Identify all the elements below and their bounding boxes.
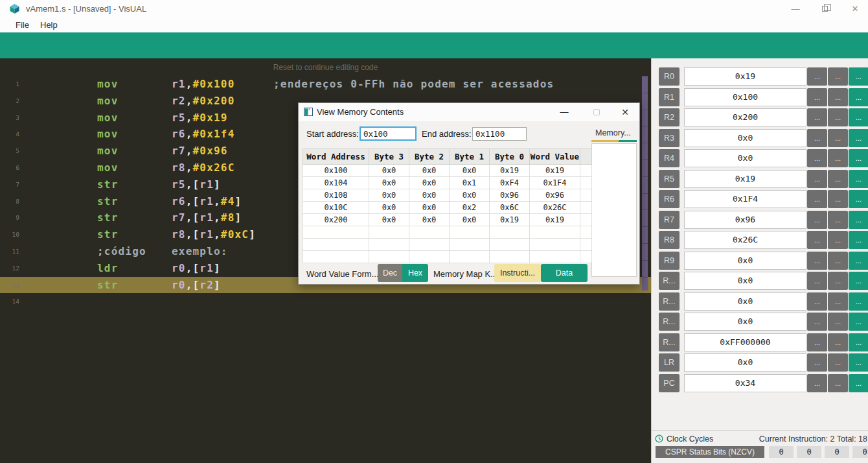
register-options-button[interactable]: ... — [807, 67, 827, 86]
register-options-button[interactable]: ... — [807, 129, 827, 147]
register-options-button[interactable]: ... — [849, 149, 868, 167]
register-options-button[interactable]: ... — [807, 88, 827, 106]
register-value[interactable]: 0x0 — [684, 292, 806, 311]
register-options-button[interactable]: ... — [807, 353, 827, 372]
hex-toggle-button[interactable]: Hex — [402, 264, 428, 282]
register-value[interactable]: 0x26C — [684, 231, 806, 249]
register-options-button[interactable]: ... — [828, 374, 848, 392]
register-value[interactable]: 0x0 — [684, 129, 806, 147]
tab-memory[interactable]: Memory... — [595, 128, 634, 137]
mnemonic: str — [97, 277, 119, 294]
register-value[interactable]: 0x0 — [684, 252, 806, 270]
memory-table-row[interactable]: 0x1000x00x00x00x190x19 — [303, 165, 592, 177]
register-value[interactable]: 0x1F4 — [684, 190, 806, 208]
dialog-minimize-button[interactable]: — — [555, 103, 573, 121]
register-options-button[interactable]: ... — [849, 333, 868, 351]
data-key-button[interactable]: Data — [541, 264, 588, 282]
memory-table-row[interactable]: 0x1040x00x00x10xF40x1F4 — [303, 177, 592, 189]
memory-table-row[interactable]: 0x1080x00x00x00x960x96 — [303, 189, 592, 202]
register-options-button[interactable]: ... — [807, 333, 827, 351]
register-options-button[interactable]: ... — [807, 313, 827, 331]
register-options-button[interactable]: ... — [828, 88, 848, 106]
token: , — [186, 145, 193, 157]
restore-button[interactable] — [815, 0, 836, 18]
register-options-button[interactable]: ... — [849, 292, 868, 311]
dec-toggle-button[interactable]: Dec — [378, 264, 402, 282]
token: ,[ — [186, 178, 200, 191]
register-options-button[interactable]: ... — [807, 170, 827, 188]
register-value[interactable]: 0x0 — [684, 272, 806, 290]
register-options-button[interactable]: ... — [828, 211, 848, 229]
register-options-button[interactable]: ... — [828, 108, 848, 126]
token: r5 — [172, 178, 186, 191]
register-value[interactable]: 0x0 — [684, 313, 806, 331]
view-memory-dialog: View Memory Contents — ✕ Start address: … — [298, 102, 640, 285]
register-value[interactable]: 0x19 — [684, 170, 806, 188]
menu-help[interactable]: Help — [40, 18, 58, 32]
register-options-button[interactable]: ... — [849, 231, 868, 249]
register-options-button[interactable]: ... — [849, 211, 868, 229]
register-options-button[interactable]: ... — [849, 88, 868, 106]
register-options-button[interactable]: ... — [849, 272, 868, 290]
line-number: 6 — [0, 160, 19, 176]
register-options-button[interactable]: ... — [828, 67, 848, 86]
register-options-button[interactable]: ... — [828, 170, 848, 188]
mnemonic: mov — [97, 76, 119, 93]
operands: r7,[r1,#8] — [172, 209, 242, 226]
register-options-button[interactable]: ... — [807, 374, 827, 392]
register-value[interactable]: 0x19 — [684, 67, 806, 86]
register-value[interactable]: 0x100 — [684, 88, 806, 106]
dialog-maximize-button[interactable] — [588, 103, 606, 121]
register-value[interactable]: 0x96 — [684, 211, 806, 229]
register-options-button[interactable]: ... — [828, 333, 848, 351]
register-options-button[interactable]: ... — [849, 190, 868, 208]
register-value[interactable]: 0xFF000000 — [684, 333, 806, 351]
register-options-button[interactable]: ... — [828, 231, 848, 249]
dialog-close-button[interactable]: ✕ — [616, 103, 634, 121]
memory-table-row[interactable]: 0x10C0x00x00x20x6C0x26C — [303, 202, 592, 214]
dialog-title-bar[interactable]: View Memory Contents — ✕ — [299, 103, 639, 121]
register-options-button[interactable]: ... — [849, 108, 868, 126]
toolbar: New Open Save Settings Tools ▾ ▶ Emulati… — [0, 32, 868, 58]
register-value[interactable]: 0x200 — [684, 108, 806, 126]
editor-scrollbar[interactable] — [642, 76, 648, 291]
register-options-button[interactable]: ... — [807, 231, 827, 249]
register-options-button[interactable]: ... — [807, 190, 827, 208]
register-options-button[interactable]: ... — [828, 313, 848, 331]
register-label: R2 — [659, 108, 680, 126]
memory-table-row[interactable]: 0x2000x00x00x00x190x19 — [303, 214, 592, 226]
register-options-button[interactable]: ... — [807, 149, 827, 167]
register-options-button[interactable]: ... — [849, 170, 868, 188]
register-value[interactable]: 0x34 — [684, 374, 806, 392]
register-value[interactable]: 0x0 — [684, 149, 806, 167]
register-options-button[interactable]: ... — [828, 272, 848, 290]
register-options-button[interactable]: ... — [807, 108, 827, 126]
start-address-input[interactable]: 0x100 — [360, 126, 417, 141]
window-title: vAmem1.s - [Unsaved] - VisUAL — [26, 0, 146, 18]
register-value[interactable]: 0x0 — [684, 353, 806, 372]
register-options-button[interactable]: ... — [828, 190, 848, 208]
register-label: R0 — [659, 67, 680, 86]
register-options-button[interactable]: ... — [807, 252, 827, 270]
register-options-button[interactable]: ... — [828, 252, 848, 270]
register-options-button[interactable]: ... — [849, 353, 868, 372]
cspr-flag-value: 0 — [769, 446, 794, 458]
register-options-button[interactable]: ... — [849, 67, 868, 86]
register-options-button[interactable]: ... — [807, 211, 827, 229]
register-options-button[interactable]: ... — [849, 129, 868, 147]
register-options-button[interactable]: ... — [828, 292, 848, 311]
register-options-button[interactable]: ... — [807, 292, 827, 311]
instructions-key-button[interactable]: Instructi... — [494, 264, 541, 282]
register-options-button[interactable]: ... — [849, 313, 868, 331]
register-options-button[interactable]: ... — [849, 252, 868, 270]
close-button[interactable]: ✕ — [845, 0, 865, 18]
register-options-button[interactable]: ... — [849, 374, 868, 392]
register-options-button[interactable]: ... — [828, 149, 848, 167]
register-options-button[interactable]: ... — [807, 272, 827, 290]
minimize-button[interactable]: — — [785, 0, 806, 18]
end-address-input[interactable]: 0x1100 — [472, 127, 527, 141]
register-options-button[interactable]: ... — [828, 353, 848, 372]
register-options-button[interactable]: ... — [828, 129, 848, 147]
menu-file[interactable]: File — [16, 18, 29, 32]
visual-app-window: vAmem1.s - [Unsaved] - VisUAL — ✕ File H… — [0, 0, 868, 463]
